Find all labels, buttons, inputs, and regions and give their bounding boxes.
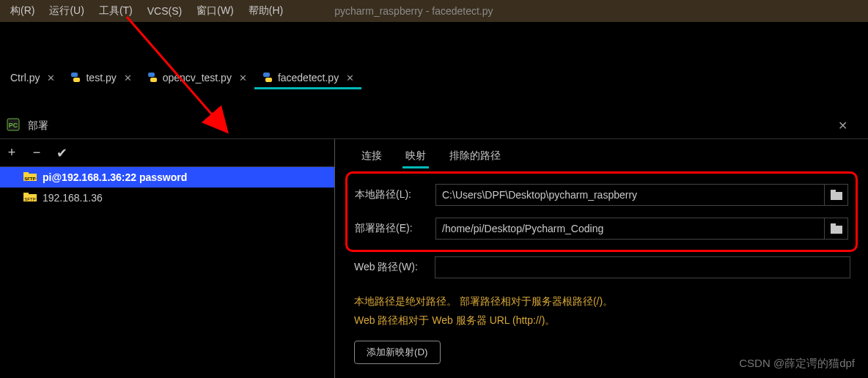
svg-rect-12: [23, 193, 29, 196]
server-label: pi@192.168.1.36:22 password: [43, 171, 187, 183]
svg-rect-0: [71, 73, 78, 77]
svg-rect-15: [831, 190, 836, 193]
close-icon[interactable]: ✕: [239, 73, 247, 84]
svg-rect-17: [831, 223, 836, 226]
web-path-label: Web 路径(W):: [354, 261, 435, 274]
help-text-1: 本地路径是绝对路径。 部署路径相对于服务器根路径(/)。: [344, 290, 859, 309]
browse-folder-icon[interactable]: [824, 218, 847, 239]
tab-ctrl-py[interactable]: Ctrl.py ✕: [3, 67, 62, 88]
python-file-icon: [70, 72, 81, 84]
tab-label: test.py: [86, 72, 116, 84]
menu-structure[interactable]: 构(R): [3, 1, 42, 21]
tab-label: Ctrl.py: [10, 72, 40, 84]
menu-vcs[interactable]: VCS(S): [140, 2, 189, 20]
check-button[interactable]: ✔: [54, 145, 69, 161]
svg-text:SFTP: SFTP: [24, 177, 35, 181]
dialog-title: 部署: [28, 119, 48, 133]
tab-label: opencv_test.py: [163, 72, 232, 84]
python-file-icon: [262, 72, 273, 84]
tab-facedetect-py[interactable]: facedetect.py ✕: [254, 67, 361, 88]
svg-rect-2: [148, 73, 155, 77]
config-tabs: 连接 映射 排除的路径: [344, 139, 859, 168]
tab-test-py[interactable]: test.py ✕: [62, 67, 139, 88]
watermark: CSDN @薛定谔的猫dpf: [739, 357, 855, 371]
web-path-input[interactable]: [435, 257, 850, 278]
server-label: 192.168.1.36: [43, 192, 103, 204]
server-list: SFTP pi@192.168.1.36:22 password SFTP 19…: [0, 167, 334, 208]
server-list-panel: + − ✔ SFTP pi@192.168.1.36:22 password S…: [0, 139, 335, 378]
add-mapping-button[interactable]: 添加新映射(D): [354, 341, 441, 364]
svg-text:PC: PC: [9, 122, 18, 129]
tab-connection[interactable]: 连接: [350, 144, 394, 168]
pycharm-icon: PC: [6, 117, 21, 134]
close-icon[interactable]: ✕: [346, 73, 354, 84]
server-item[interactable]: SFTP 192.168.1.36: [0, 188, 334, 208]
close-icon[interactable]: ✕: [838, 119, 847, 133]
svg-rect-5: [265, 78, 272, 82]
spacer: [0, 89, 868, 113]
add-button[interactable]: +: [4, 145, 19, 160]
browse-folder-icon[interactable]: [824, 185, 847, 205]
tab-label: facedetect.py: [278, 72, 339, 84]
deploy-path-input[interactable]: [436, 218, 824, 239]
tab-mapping[interactable]: 映射: [394, 144, 438, 168]
spacer: [0, 22, 868, 66]
editor-tabs: Ctrl.py ✕ test.py ✕ opencv_test.py ✕ fac…: [0, 66, 868, 89]
window-title: pycharm_raspberry - facedetect.py: [334, 5, 493, 17]
svg-rect-1: [73, 78, 80, 82]
svg-rect-4: [263, 73, 270, 77]
svg-rect-14: [831, 192, 842, 200]
server-toolbar: + − ✔: [0, 139, 334, 167]
dialog-header: PC 部署 ✕: [0, 113, 868, 139]
tab-opencv-test-py[interactable]: opencv_test.py ✕: [139, 67, 254, 88]
sftp-icon: SFTP: [23, 172, 37, 182]
server-config-panel: 连接 映射 排除的路径 本地路径(L): 部署路径(E):: [335, 139, 868, 378]
menu-run[interactable]: 运行(U): [42, 1, 91, 21]
local-path-input[interactable]: [436, 185, 824, 205]
svg-rect-9: [23, 172, 29, 175]
server-item[interactable]: SFTP pi@192.168.1.36:22 password: [0, 167, 334, 188]
close-icon[interactable]: ✕: [47, 73, 55, 84]
remove-button[interactable]: −: [29, 145, 44, 160]
close-icon[interactable]: ✕: [124, 73, 132, 84]
mapping-highlight-box: 本地路径(L): 部署路径(E):: [345, 171, 858, 252]
local-path-label: 本地路径(L):: [355, 188, 435, 201]
svg-rect-3: [150, 78, 157, 82]
deployment-dialog: PC 部署 ✕ + − ✔ SFTP pi@192.168.1.36:22 pa…: [0, 113, 868, 378]
svg-rect-16: [831, 226, 842, 234]
menu-tools[interactable]: 工具(T): [92, 1, 140, 21]
help-text-2: Web 路径相对于 Web 服务器 URL (http://)。: [344, 309, 859, 328]
tab-exclude[interactable]: 排除的路径: [438, 144, 512, 168]
sftp-icon: SFTP: [23, 193, 37, 203]
svg-text:SFTP: SFTP: [24, 197, 35, 201]
menu-window[interactable]: 窗口(W): [189, 1, 241, 21]
deploy-path-label: 部署路径(E):: [355, 222, 435, 235]
menu-help[interactable]: 帮助(H): [241, 1, 290, 21]
python-file-icon: [147, 72, 158, 84]
menubar: 构(R) 运行(U) 工具(T) VCS(S) 窗口(W) 帮助(H) pych…: [0, 0, 868, 22]
